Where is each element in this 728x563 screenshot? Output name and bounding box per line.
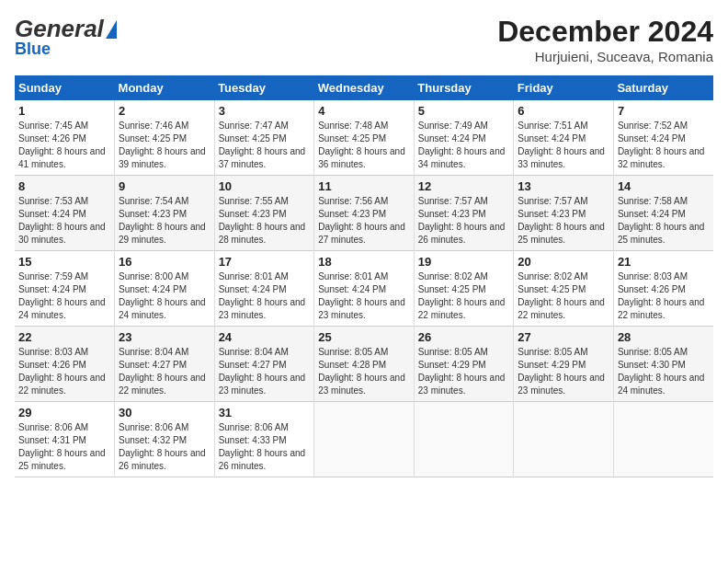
day-info: Sunrise: 7:53 AMSunset: 4:24 PMDaylight:…	[18, 196, 106, 245]
day-info: Sunrise: 7:45 AMSunset: 4:26 PMDaylight:…	[18, 121, 106, 169]
calendar-cell: 12 Sunrise: 7:57 AMSunset: 4:23 PMDaylig…	[414, 176, 514, 251]
day-info: Sunrise: 7:58 AMSunset: 4:24 PMDaylight:…	[618, 196, 705, 245]
day-number: 23	[119, 330, 210, 344]
day-info: Sunrise: 8:03 AMSunset: 4:26 PMDaylight:…	[18, 347, 106, 396]
day-info: Sunrise: 8:04 AMSunset: 4:27 PMDaylight:…	[119, 347, 206, 396]
calendar-cell: 7 Sunrise: 7:52 AMSunset: 4:24 PMDayligh…	[613, 100, 713, 176]
calendar-cell: 27 Sunrise: 8:05 AMSunset: 4:29 PMDaylig…	[514, 327, 614, 402]
calendar-cell: 20 Sunrise: 8:02 AMSunset: 4:25 PMDaylig…	[514, 251, 614, 327]
page-subtitle: Hurjuieni, Suceava, Romania	[497, 49, 713, 64]
day-number: 3	[219, 104, 311, 118]
day-number: 30	[119, 406, 210, 419]
calendar-cell: 29 Sunrise: 8:06 AMSunset: 4:31 PMDaylig…	[15, 402, 115, 477]
day-info: Sunrise: 7:49 AMSunset: 4:24 PMDaylight:…	[418, 121, 506, 169]
day-info: Sunrise: 8:05 AMSunset: 4:30 PMDaylight:…	[618, 347, 705, 396]
calendar-cell: 10 Sunrise: 7:55 AMSunset: 4:23 PMDaylig…	[214, 176, 314, 251]
calendar-cell: 1 Sunrise: 7:45 AMSunset: 4:26 PMDayligh…	[15, 100, 115, 176]
header-thursday: Thursday	[414, 75, 514, 100]
header: General Blue December 2024 Hurjuieni, Su…	[15, 15, 713, 64]
calendar-cell: 15 Sunrise: 7:59 AMSunset: 4:24 PMDaylig…	[15, 251, 115, 327]
day-number: 17	[219, 255, 311, 269]
day-info: Sunrise: 7:57 AMSunset: 4:23 PMDaylight:…	[518, 196, 605, 245]
day-info: Sunrise: 7:57 AMSunset: 4:23 PMDaylight:…	[418, 196, 506, 245]
header-wednesday: Wednesday	[314, 75, 415, 100]
calendar-cell: 30 Sunrise: 8:06 AMSunset: 4:32 PMDaylig…	[115, 402, 215, 477]
calendar-table: Sunday Monday Tuesday Wednesday Thursday…	[15, 75, 713, 477]
calendar-cell	[314, 402, 415, 477]
day-number: 28	[618, 330, 710, 344]
calendar-cell: 19 Sunrise: 8:02 AMSunset: 4:25 PMDaylig…	[414, 251, 514, 327]
calendar-cell: 5 Sunrise: 7:49 AMSunset: 4:24 PMDayligh…	[414, 100, 514, 176]
day-number: 13	[518, 179, 609, 193]
calendar-cell: 13 Sunrise: 7:57 AMSunset: 4:23 PMDaylig…	[514, 176, 614, 251]
header-tuesday: Tuesday	[214, 75, 314, 100]
calendar-cell: 2 Sunrise: 7:46 AMSunset: 4:25 PMDayligh…	[115, 100, 215, 176]
day-number: 6	[518, 104, 609, 118]
day-info: Sunrise: 7:47 AMSunset: 4:25 PMDaylight:…	[219, 121, 306, 169]
day-info: Sunrise: 8:01 AMSunset: 4:24 PMDaylight:…	[219, 271, 306, 320]
calendar-cell: 18 Sunrise: 8:01 AMSunset: 4:24 PMDaylig…	[314, 251, 415, 327]
day-number: 31	[219, 406, 311, 419]
calendar-cell: 6 Sunrise: 7:51 AMSunset: 4:24 PMDayligh…	[514, 100, 614, 176]
day-info: Sunrise: 7:55 AMSunset: 4:23 PMDaylight:…	[219, 196, 306, 245]
day-info: Sunrise: 7:46 AMSunset: 4:25 PMDaylight:…	[119, 121, 206, 169]
logo-blue-text: Blue	[15, 40, 117, 59]
day-info: Sunrise: 7:59 AMSunset: 4:24 PMDaylight:…	[18, 271, 106, 320]
day-number: 8	[18, 179, 110, 193]
day-number: 22	[18, 330, 110, 344]
header-sunday: Sunday	[15, 75, 115, 100]
calendar-cell: 16 Sunrise: 8:00 AMSunset: 4:24 PMDaylig…	[115, 251, 215, 327]
day-number: 9	[119, 179, 210, 193]
day-info: Sunrise: 8:05 AMSunset: 4:29 PMDaylight:…	[418, 347, 506, 396]
calendar-cell	[613, 402, 713, 477]
calendar-week-row: 8 Sunrise: 7:53 AMSunset: 4:24 PMDayligh…	[15, 176, 713, 251]
day-number: 18	[318, 255, 410, 269]
day-info: Sunrise: 8:05 AMSunset: 4:29 PMDaylight:…	[518, 347, 605, 396]
day-info: Sunrise: 8:05 AMSunset: 4:28 PMDaylight:…	[318, 347, 405, 396]
calendar-cell: 3 Sunrise: 7:47 AMSunset: 4:25 PMDayligh…	[214, 100, 314, 176]
day-info: Sunrise: 8:01 AMSunset: 4:24 PMDaylight:…	[318, 271, 405, 320]
day-number: 11	[318, 179, 410, 193]
day-info: Sunrise: 7:52 AMSunset: 4:24 PMDaylight:…	[618, 121, 705, 169]
day-info: Sunrise: 7:48 AMSunset: 4:25 PMDaylight:…	[318, 121, 405, 169]
title-area: December 2024 Hurjuieni, Suceava, Romani…	[497, 15, 713, 64]
calendar-cell	[414, 402, 514, 477]
calendar-week-row: 1 Sunrise: 7:45 AMSunset: 4:26 PMDayligh…	[15, 100, 713, 176]
calendar-cell: 23 Sunrise: 8:04 AMSunset: 4:27 PMDaylig…	[115, 327, 215, 402]
calendar-cell: 9 Sunrise: 7:54 AMSunset: 4:23 PMDayligh…	[115, 176, 215, 251]
day-number: 29	[18, 406, 110, 419]
day-number: 21	[618, 255, 710, 269]
calendar-week-row: 22 Sunrise: 8:03 AMSunset: 4:26 PMDaylig…	[15, 327, 713, 402]
day-number: 2	[119, 104, 210, 118]
day-info: Sunrise: 7:56 AMSunset: 4:23 PMDaylight:…	[318, 196, 405, 245]
day-number: 16	[119, 255, 210, 269]
day-number: 7	[618, 104, 710, 118]
day-number: 5	[418, 104, 510, 118]
calendar-cell: 24 Sunrise: 8:04 AMSunset: 4:27 PMDaylig…	[214, 327, 314, 402]
logo-triangle-icon	[106, 20, 117, 39]
day-number: 1	[18, 104, 110, 118]
day-number: 26	[418, 330, 510, 344]
calendar-header-row: Sunday Monday Tuesday Wednesday Thursday…	[15, 75, 713, 100]
day-number: 15	[18, 255, 110, 269]
day-number: 4	[318, 104, 410, 118]
day-number: 27	[518, 330, 609, 344]
day-info: Sunrise: 8:04 AMSunset: 4:27 PMDaylight:…	[219, 347, 306, 396]
header-saturday: Saturday	[613, 75, 713, 100]
page-title: December 2024	[497, 15, 713, 49]
calendar-cell: 22 Sunrise: 8:03 AMSunset: 4:26 PMDaylig…	[15, 327, 115, 402]
day-info: Sunrise: 8:00 AMSunset: 4:24 PMDaylight:…	[119, 271, 206, 320]
day-info: Sunrise: 7:51 AMSunset: 4:24 PMDaylight:…	[518, 121, 605, 169]
logo: General Blue	[15, 15, 117, 59]
calendar-cell: 17 Sunrise: 8:01 AMSunset: 4:24 PMDaylig…	[214, 251, 314, 327]
header-monday: Monday	[115, 75, 215, 100]
calendar-cell: 8 Sunrise: 7:53 AMSunset: 4:24 PMDayligh…	[15, 176, 115, 251]
day-info: Sunrise: 8:06 AMSunset: 4:31 PMDaylight:…	[18, 422, 106, 471]
calendar-cell: 28 Sunrise: 8:05 AMSunset: 4:30 PMDaylig…	[613, 327, 713, 402]
day-number: 25	[318, 330, 410, 344]
day-info: Sunrise: 8:03 AMSunset: 4:26 PMDaylight:…	[618, 271, 705, 320]
day-info: Sunrise: 8:02 AMSunset: 4:25 PMDaylight:…	[418, 271, 506, 320]
day-number: 10	[219, 179, 311, 193]
calendar-week-row: 15 Sunrise: 7:59 AMSunset: 4:24 PMDaylig…	[15, 251, 713, 327]
day-info: Sunrise: 8:02 AMSunset: 4:25 PMDaylight:…	[518, 271, 605, 320]
